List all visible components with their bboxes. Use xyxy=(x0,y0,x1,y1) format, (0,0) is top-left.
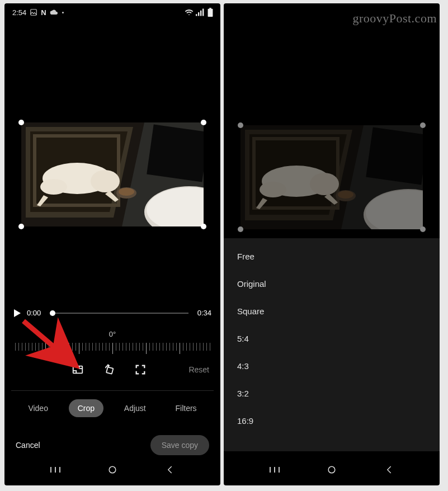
rotation-angle: 0° xyxy=(4,330,220,338)
action-row: Cancel Save copy xyxy=(4,435,220,455)
dot-icon xyxy=(62,12,64,13)
svg-rect-0 xyxy=(31,10,37,16)
crop-handle-br[interactable] xyxy=(201,224,206,229)
nav-bar xyxy=(224,457,440,482)
player-controls: 0:00 0:34 xyxy=(13,309,211,317)
svg-rect-16 xyxy=(73,366,83,374)
nav-recents[interactable] xyxy=(49,463,62,476)
cancel-button[interactable]: Cancel xyxy=(16,441,40,450)
play-icon[interactable] xyxy=(13,309,21,317)
crop-handle-tl[interactable] xyxy=(238,122,243,128)
phone-left: 2:54 N xyxy=(4,3,220,485)
crop-handle-bl[interactable] xyxy=(18,224,24,229)
svg-rect-11 xyxy=(147,124,204,182)
cloud-icon xyxy=(50,9,59,16)
nav-bar xyxy=(4,457,220,482)
wifi-icon xyxy=(185,8,194,16)
aspect-free[interactable]: Free xyxy=(224,243,440,270)
current-time: 0:00 xyxy=(27,309,41,317)
svg-point-10 xyxy=(40,179,67,195)
watermark: groovyPost.com xyxy=(352,11,437,26)
signal-icon xyxy=(196,8,205,16)
svg-rect-2 xyxy=(209,8,211,9)
fullscreen-icon[interactable] xyxy=(134,363,147,376)
crop-tools-row: Reset xyxy=(4,363,220,376)
tab-filters[interactable]: Filters xyxy=(166,399,205,417)
image-icon xyxy=(30,8,37,16)
crop-frame[interactable] xyxy=(21,122,204,226)
crop-handle-tr[interactable] xyxy=(201,120,206,125)
rotate-icon[interactable] xyxy=(103,363,115,376)
svg-point-32 xyxy=(328,466,335,473)
phone-right: Free Original Square 5:4 4:3 3:2 16:9 xyxy=(224,3,440,485)
battery-icon xyxy=(207,8,214,17)
divider xyxy=(11,390,214,391)
svg-point-18 xyxy=(109,466,116,473)
aspect-5-4[interactable]: 5:4 xyxy=(224,325,440,352)
crop-handle-tr[interactable] xyxy=(420,122,426,128)
edit-tabs: Video Crop Adjust Filters xyxy=(4,399,220,417)
nav-back[interactable] xyxy=(163,463,176,476)
tab-crop[interactable]: Crop xyxy=(69,399,103,417)
tab-video[interactable]: Video xyxy=(19,399,57,417)
nav-back[interactable] xyxy=(382,463,395,476)
svg-point-15 xyxy=(119,188,134,196)
dim-overlay xyxy=(240,125,423,229)
aspect-original[interactable]: Original xyxy=(224,270,440,298)
netflix-icon: N xyxy=(41,8,46,17)
crop-frame[interactable] xyxy=(240,125,423,229)
svg-rect-17 xyxy=(106,367,113,374)
status-time: 2:54 xyxy=(12,8,26,17)
tab-adjust[interactable]: Adjust xyxy=(115,399,155,417)
aspect-16-9[interactable]: 16:9 xyxy=(224,407,440,435)
seek-slider[interactable] xyxy=(50,313,188,314)
aspect-ratio-sheet: Free Original Square 5:4 4:3 3:2 16:9 xyxy=(224,238,440,451)
crop-handle-tl[interactable] xyxy=(18,120,24,125)
video-thumbnail[interactable] xyxy=(21,122,204,226)
nav-home[interactable] xyxy=(325,463,338,476)
rotation-dial[interactable] xyxy=(13,341,211,356)
video-thumbnail[interactable] xyxy=(240,125,423,229)
save-copy-button[interactable]: Save copy xyxy=(150,435,209,455)
svg-rect-1 xyxy=(208,9,213,17)
nav-recents[interactable] xyxy=(268,463,281,476)
aspect-ratio-icon[interactable] xyxy=(72,363,84,376)
nav-home[interactable] xyxy=(106,463,119,476)
duration: 0:34 xyxy=(197,309,211,317)
crop-handle-br[interactable] xyxy=(420,226,426,232)
aspect-3-2[interactable]: 3:2 xyxy=(224,380,440,407)
aspect-square[interactable]: Square xyxy=(224,298,440,325)
svg-point-9 xyxy=(91,170,120,192)
reset-button[interactable]: Reset xyxy=(188,365,209,374)
aspect-4-3[interactable]: 4:3 xyxy=(224,352,440,380)
crop-handle-bl[interactable] xyxy=(238,226,243,232)
status-bar: 2:54 N xyxy=(4,3,220,19)
